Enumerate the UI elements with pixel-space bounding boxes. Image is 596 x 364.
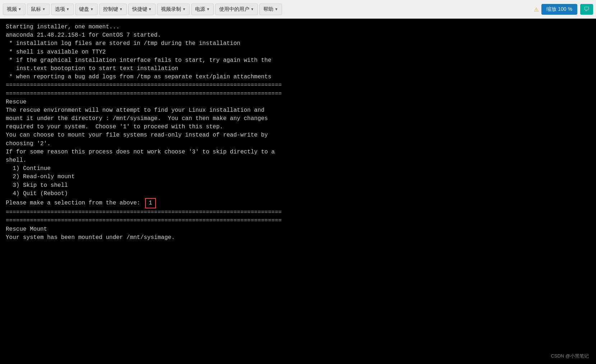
terminal-line: ========================================…: [6, 208, 590, 217]
toolbar-btn-label-control: 控制键: [103, 6, 118, 13]
terminal-line: Please make a selection from the above: …: [6, 198, 590, 208]
toolbar-btn-label-help: 帮助: [263, 6, 273, 13]
toolbar-btn-power[interactable]: 电源▼: [191, 4, 214, 15]
toolbar-btn-help[interactable]: 帮助▼: [259, 4, 282, 15]
toolbar-btn-label-shortcuts: 快捷键: [132, 6, 147, 13]
toolbar: 视频▼鼠标▼选项▼键盘▼控制键▼快捷键▼视频录制▼电源▼使用中的用户▼帮助▼ ⚠…: [0, 0, 596, 19]
terminal-line: 1) Continue: [6, 165, 590, 173]
toolbar-btn-control[interactable]: 控制键▼: [99, 4, 127, 15]
terminal-line: If for some reason this process does not…: [6, 148, 590, 156]
terminal-line: anaconda 21.48.22.158-1 for CentOS 7 sta…: [6, 31, 590, 40]
chevron-shortcuts-icon: ▼: [148, 7, 152, 11]
chevron-options-icon: ▼: [66, 7, 70, 11]
toolbar-btn-label-video: 视频: [7, 6, 17, 13]
zoom-button[interactable]: 缩放 100 %: [541, 4, 577, 15]
toolbar-btn-label-user: 使用中的用户: [219, 6, 249, 13]
terminal-line: 4) Quit (Reboot): [6, 190, 590, 198]
chevron-control-icon: ▼: [119, 7, 123, 11]
chevron-power-icon: ▼: [206, 7, 210, 11]
toolbar-btn-mouse[interactable]: 鼠标▼: [27, 4, 50, 15]
toolbar-btn-label-keyboard: 键盘: [79, 6, 89, 13]
watermark: CSDN @小黑笔记: [551, 353, 589, 360]
terminal-line: ========================================…: [6, 217, 590, 225]
terminal-line: choosing '2'.: [6, 140, 590, 148]
chevron-user-icon: ▼: [250, 7, 254, 11]
terminal-line: * installation log files are stored in /…: [6, 40, 590, 48]
terminal-line: * shell is available on TTY2: [6, 48, 590, 56]
chevron-mouse-icon: ▼: [42, 7, 46, 11]
alert-icon[interactable]: ⚠: [534, 4, 539, 14]
terminal-line: 3) Skip to shell: [6, 181, 590, 190]
terminal-line: ========================================…: [6, 81, 590, 89]
chat-button[interactable]: 🗩: [580, 4, 593, 15]
toolbar-btn-user[interactable]: 使用中的用户▼: [215, 4, 258, 15]
toolbar-btn-label-power: 电源: [195, 6, 205, 13]
toolbar-btn-shortcuts[interactable]: 快捷键▼: [128, 4, 156, 15]
terminal-line: Starting installer, one moment...: [6, 23, 590, 31]
terminal-line: 2) Read-only mount: [6, 173, 590, 181]
terminal-line: You can choose to mount your file system…: [6, 131, 590, 139]
chevron-record-icon: ▼: [182, 7, 186, 11]
terminal-line: inst.text bootoption to start text insta…: [6, 65, 590, 73]
terminal-line: Your system has been mounted under /mnt/…: [6, 234, 590, 242]
toolbar-btn-label-options: 选项: [55, 6, 65, 13]
terminal-line: ========================================…: [6, 90, 590, 98]
chevron-help-icon: ▼: [274, 7, 278, 11]
terminal-line: required to your system. Choose '1' to p…: [6, 123, 590, 131]
toolbar-btn-video[interactable]: 视频▼: [3, 4, 26, 15]
terminal-line: Rescue: [6, 98, 590, 106]
toolbar-btn-label-record: 视频录制: [161, 6, 181, 13]
terminal-line: shell.: [6, 156, 590, 165]
toolbar-btn-keyboard[interactable]: 键盘▼: [75, 4, 98, 15]
chevron-keyboard-icon: ▼: [90, 7, 94, 11]
terminal-line: Rescue Mount: [6, 225, 590, 234]
terminal-line: The rescue environment will now attempt …: [6, 106, 590, 115]
toolbar-btn-label-mouse: 鼠标: [31, 6, 41, 13]
toolbar-btn-record[interactable]: 视频录制▼: [157, 4, 190, 15]
terminal-line: * when reporting a bug add logs from /tm…: [6, 73, 590, 81]
toolbar-btn-options[interactable]: 选项▼: [51, 4, 74, 15]
terminal-area: Starting installer, one moment...anacond…: [0, 19, 596, 364]
selection-input[interactable]: 1: [145, 198, 156, 208]
terminal-line: mount it under the directory : /mnt/sysi…: [6, 115, 590, 123]
terminal-line: * if the graphical installation interfac…: [6, 56, 590, 65]
chevron-video-icon: ▼: [18, 7, 22, 11]
